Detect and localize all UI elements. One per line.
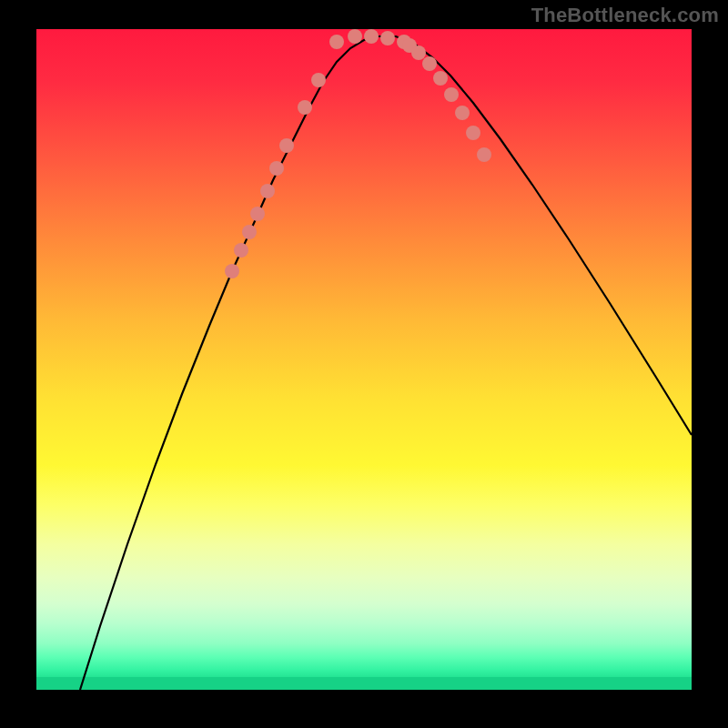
curve-dot — [477, 147, 491, 162]
curve-dot — [422, 56, 437, 71]
curve-dot — [348, 29, 362, 44]
curve-dot — [311, 73, 326, 87]
curve-dot — [225, 264, 239, 278]
curve-dot — [466, 126, 480, 140]
plot-area — [36, 29, 692, 690]
curve-dot — [329, 35, 344, 49]
curve-dot — [380, 31, 395, 46]
curve-dot — [269, 161, 284, 176]
curve-dot — [455, 106, 470, 120]
curve-dot — [444, 87, 459, 102]
curve-dot — [242, 225, 257, 239]
curve-dot — [364, 29, 379, 44]
bottleneck-curve — [80, 36, 692, 690]
curve-dot — [411, 46, 426, 60]
curve-svg — [36, 29, 692, 690]
curve-dot — [234, 243, 248, 258]
curve-dot — [250, 207, 265, 221]
curve-dot — [279, 138, 294, 153]
curve-dots-group — [225, 29, 491, 278]
curve-dot — [433, 71, 448, 86]
watermark-text: TheBottleneck.com — [531, 4, 719, 27]
curve-dot — [298, 100, 312, 115]
chart-frame: TheBottleneck.com — [0, 0, 728, 728]
curve-dot — [260, 184, 275, 198]
